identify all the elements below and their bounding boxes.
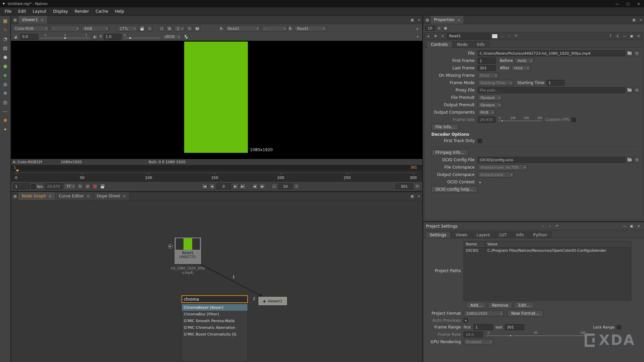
- output-premult-select[interactable]: Opaque: [478, 102, 502, 108]
- tab-layers[interactable]: Layers: [472, 232, 494, 238]
- timeline-sync-checkbox[interactable]: [31, 184, 36, 189]
- tab-info[interactable]: Info: [473, 41, 489, 48]
- node-gear-icon[interactable]: ⚙: [433, 34, 438, 39]
- record-button[interactable]: [92, 183, 98, 189]
- close-tab-icon[interactable]: ×: [41, 18, 44, 22]
- a-input-select[interactable]: Read1: [225, 25, 260, 32]
- node-search-input[interactable]: [181, 295, 248, 303]
- undo-icon[interactable]: ↶: [554, 224, 560, 229]
- file-path-field[interactable]: C:/Users/Nolen/Pictures/4492723-hd_1080_…: [478, 50, 625, 56]
- toolbox-image-icon[interactable]: ▦: [2, 17, 9, 24]
- expand-icon[interactable]: ▸: [478, 179, 483, 185]
- search-result-chromakeyer[interactable]: ChromaKeyer [Keyer]: [182, 304, 248, 311]
- node-name-field[interactable]: Read1: [447, 33, 490, 39]
- frame-rate-field[interactable]: 24.0: [464, 331, 483, 338]
- layer-select[interactable]: Color.RGB: [12, 25, 49, 32]
- ffmpeg-info-button[interactable]: FFmpeg Info...: [431, 149, 468, 156]
- close-panel-icon[interactable]: ×: [636, 224, 641, 229]
- zoom-in-button[interactable]: +: [147, 25, 153, 32]
- gain-icon[interactable]: ◢: [12, 34, 18, 40]
- pane-layout-icon[interactable]: ▦: [424, 16, 431, 24]
- menu-cache[interactable]: Cache: [92, 9, 111, 14]
- next-increment-button[interactable]: »: [293, 183, 300, 189]
- prev-frame-button[interactable]: ◀|: [252, 183, 258, 189]
- ocio-config-field[interactable]: [OCIO]/config.ocio: [478, 157, 625, 163]
- reload-proxy-button[interactable]: ↻: [634, 87, 640, 93]
- next-panel-icon[interactable]: ›: [547, 224, 553, 229]
- close-tab-icon[interactable]: ×: [49, 194, 52, 198]
- sync-viewers-button[interactable]: [139, 25, 145, 32]
- frame-range-first-field[interactable]: 1: [474, 324, 493, 330]
- play-forward-button[interactable]: ▶: [232, 183, 238, 189]
- tab-dope-sheet[interactable]: Dope Sheet ×: [93, 192, 129, 200]
- reload-file-button[interactable]: ↻: [634, 50, 640, 56]
- output-components-select[interactable]: RGB: [478, 109, 495, 115]
- prev-panel-icon[interactable]: ‹: [540, 224, 546, 229]
- node-color-swatch[interactable]: [492, 34, 498, 39]
- tab-node[interactable]: Node: [453, 41, 472, 48]
- add-path-button[interactable]: Add...: [466, 302, 486, 309]
- ocio-help-button[interactable]: OCIO config help...: [431, 186, 477, 193]
- edit-path-button[interactable]: Edit...: [514, 302, 534, 309]
- float-pane-icon[interactable]: ▣: [409, 16, 416, 24]
- pick-color-icon[interactable]: +: [414, 35, 421, 39]
- close-pane-icon[interactable]: ×: [416, 16, 422, 24]
- goto-last-button[interactable]: ▶|: [240, 183, 246, 189]
- slider-handle[interactable]: [64, 37, 66, 39]
- toolbox-views-icon[interactable]: ◎: [2, 99, 9, 106]
- table-row[interactable]: [OCIO] C:/Program Files/Natron/Resources…: [464, 248, 631, 254]
- b-input-select[interactable]: Read1: [294, 25, 326, 32]
- gain-slider[interactable]: -5 0 5: [40, 34, 90, 40]
- tab-lut[interactable]: LUT: [495, 232, 511, 238]
- search-result-gmic-smooth[interactable]: G'MIC Smooth Perona-Malik: [182, 317, 248, 324]
- toolbox-transform-icon[interactable]: ✥: [2, 90, 9, 97]
- maximize-button[interactable]: ▢: [623, 0, 633, 7]
- current-frame-field[interactable]: 1: [13, 183, 30, 189]
- display-channels-select[interactable]: RGB: [82, 25, 109, 32]
- menu-edit[interactable]: Edit: [15, 9, 29, 14]
- proxy-level-select[interactable]: 2: [174, 25, 185, 32]
- missing-frame-select[interactable]: Error: [478, 72, 498, 78]
- search-result-chromablur[interactable]: ChromaBlur [Filter]: [182, 311, 248, 317]
- lock-timeline-button[interactable]: [99, 183, 105, 189]
- float-pane-icon[interactable]: ▣: [409, 192, 416, 200]
- checkerboard-button[interactable]: ▚: [183, 34, 189, 40]
- output-colorspace-select[interactable]: linear/Linear: [478, 172, 514, 178]
- close-pane-icon[interactable]: ×: [637, 16, 644, 24]
- tab-properties[interactable]: Properties ×: [431, 16, 464, 24]
- blend-mode-select[interactable]: -: [262, 25, 287, 32]
- custom-fps-checkbox[interactable]: [572, 118, 576, 122]
- menu-help[interactable]: Help: [111, 9, 127, 14]
- close-tab-icon[interactable]: ×: [123, 194, 126, 198]
- frame-range-last-field[interactable]: 301: [505, 324, 524, 330]
- minimize-panel-icon[interactable]: —: [622, 34, 627, 39]
- first-frame-field[interactable]: 1: [478, 58, 496, 64]
- proxy-file-field[interactable]: File path...: [478, 87, 625, 93]
- first-track-checkbox[interactable]: [478, 139, 482, 143]
- toolbox-filter-icon[interactable]: ●: [2, 63, 9, 69]
- close-button[interactable]: ×: [633, 0, 644, 7]
- toolbox-draw-icon[interactable]: ✎: [2, 26, 9, 33]
- timeline[interactable]: 1 301 0 50 100 150 200 250 300: [11, 165, 422, 182]
- tab-python[interactable]: Python: [529, 232, 552, 238]
- timeline-format-select[interactable]: TF: [64, 183, 76, 189]
- tab-views[interactable]: Views: [451, 232, 472, 238]
- full-frame-button[interactable]: ▥: [166, 25, 172, 32]
- search-result-gmic-chromatic[interactable]: G'MIC Chromatic Aberration: [182, 324, 248, 331]
- undo-icon[interactable]: ↶: [514, 34, 519, 39]
- current-frame-marker[interactable]: [16, 170, 19, 172]
- bounce-mode-button[interactable]: ⇄: [85, 183, 91, 189]
- menu-file[interactable]: File: [1, 9, 15, 14]
- tab-viewer1[interactable]: Viewer1 ×: [18, 16, 48, 24]
- reload-ocio-button[interactable]: ↻: [634, 157, 640, 163]
- auto-previews-checkbox[interactable]: ×: [464, 318, 468, 323]
- toolbox-color-icon[interactable]: ◉: [2, 54, 9, 60]
- prev-increment-button[interactable]: «: [271, 183, 277, 189]
- viewer-canvas[interactable]: 362x644: [11, 41, 422, 159]
- search-result-gmic-boost[interactable]: G'MIC Boost Chromaticity [G: [182, 331, 248, 338]
- close-tab-icon[interactable]: ×: [457, 18, 460, 22]
- gamma-slider[interactable]: 0: [123, 34, 160, 40]
- max-panels-field[interactable]: 10: [425, 25, 435, 31]
- before-select[interactable]: Hold: [515, 58, 534, 64]
- next-node-icon[interactable]: ›: [506, 34, 512, 39]
